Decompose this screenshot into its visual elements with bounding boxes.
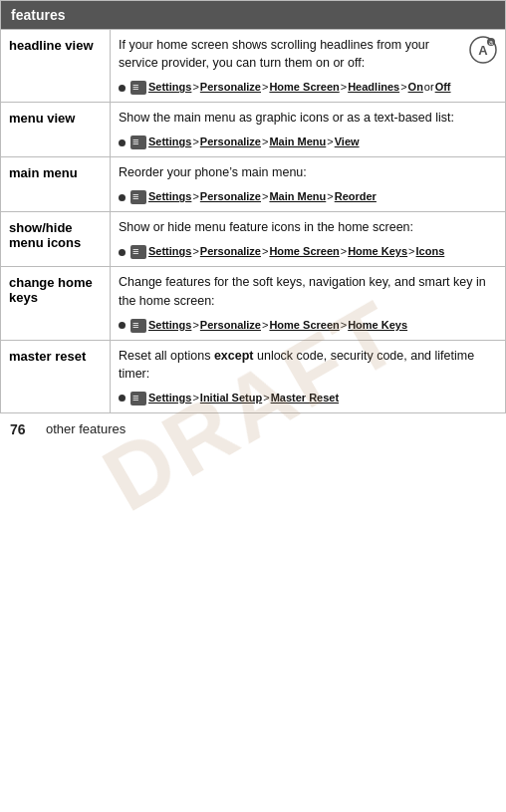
path-separator: > (400, 80, 406, 96)
path-separator: > (262, 135, 268, 150)
feature-description: Reset all options except unlock code, se… (119, 347, 497, 383)
path-keyword: Settings (148, 244, 191, 260)
path-keyword: Main Menu (269, 135, 326, 150)
path-separator: > (192, 391, 198, 406)
table-row: main menuReorder your phone’s main menu:… (1, 157, 506, 212)
path-keyword: Settings (148, 80, 191, 96)
path-separator: or (424, 80, 434, 96)
path-keyword: Settings (148, 391, 191, 406)
bullet-dot (119, 249, 126, 256)
path-keyword: Home Keys (348, 244, 407, 260)
path-line: Settings > Personalize > Home Screen > H… (119, 318, 497, 334)
settings-icon (130, 135, 146, 149)
path-keyword: Personalize (200, 80, 261, 96)
path-keyword: Personalize (200, 189, 261, 205)
settings-icon (130, 392, 146, 406)
path-separator: > (327, 135, 333, 150)
footer-text: other features (46, 421, 126, 436)
table-row: show/hide menu iconsShow or hide menu fe… (1, 212, 506, 267)
feature-name-cell: master reset (1, 340, 111, 412)
feature-description: Change features for the soft keys, navig… (119, 273, 497, 309)
path-separator: > (262, 318, 268, 334)
path-separator: > (192, 318, 198, 334)
settings-icon (130, 81, 146, 95)
path-keyword: Home Screen (269, 318, 339, 334)
path-separator: > (341, 80, 347, 96)
feature-description: Show the main menu as graphic icons or a… (119, 109, 497, 127)
path-keyword: On (408, 80, 423, 96)
bullet-dot (119, 194, 126, 201)
path-separator: > (341, 318, 347, 334)
path-keyword: Settings (148, 135, 191, 150)
path-separator: > (192, 189, 198, 205)
feature-name-cell: change home keys (1, 267, 111, 340)
feature-desc-cell: Change features for the soft keys, navig… (111, 267, 506, 340)
path-keyword: Personalize (200, 135, 261, 150)
path-line: Settings > Initial Setup > Master Reset (119, 391, 497, 406)
feature-name-cell: main menu (1, 157, 111, 212)
path-keyword: View (335, 135, 360, 150)
path-keyword: Initial Setup (200, 391, 262, 406)
feature-name-cell: headline view (1, 30, 111, 103)
page-number: 76 (10, 421, 40, 437)
path-separator: > (262, 189, 268, 205)
path-keyword: Personalize (200, 244, 261, 260)
path-keyword: Icons (416, 244, 445, 260)
feature-desc-cell: Reorder your phone’s main menu:Settings … (111, 157, 506, 212)
feature-desc-cell: Show the main menu as graphic icons or a… (111, 103, 506, 157)
path-keyword: Home Screen (269, 80, 339, 96)
path-separator: > (192, 244, 198, 260)
table-row: menu viewShow the main menu as graphic i… (1, 103, 506, 157)
path-keyword: Headlines (348, 80, 399, 96)
bullet-dot (119, 139, 126, 146)
table-row: change home keysChange features for the … (1, 267, 506, 340)
bullet-dot (119, 85, 126, 92)
settings-icon (130, 245, 146, 259)
path-line: Settings > Personalize > Home Screen > H… (119, 244, 497, 260)
path-keyword: Settings (148, 318, 191, 334)
bold-except: except (214, 349, 254, 363)
path-keyword: Settings (148, 189, 191, 205)
svg-text:a: a (489, 39, 493, 46)
path-keyword: Personalize (200, 318, 261, 334)
features-table: features headline view A a If your home … (0, 0, 506, 413)
feature-description: Reorder your phone’s main menu: (119, 163, 497, 181)
path-keyword: Master Reset (271, 391, 339, 406)
feature-name-cell: menu view (1, 103, 111, 157)
path-keyword: Home Screen (269, 244, 339, 260)
path-keyword: Off (435, 80, 451, 96)
path-separator: > (262, 80, 268, 96)
path-keyword: Home Keys (348, 318, 407, 334)
settings-icon (130, 190, 146, 204)
svg-text:A: A (478, 43, 488, 58)
path-keyword: Main Menu (269, 189, 326, 205)
path-separator: > (341, 244, 347, 260)
page-footer: 76 other features (0, 413, 506, 445)
path-separator: > (327, 189, 333, 205)
feature-desc-cell: Show or hide menu feature icons in the h… (111, 212, 506, 267)
path-separator: > (192, 135, 198, 150)
bullet-dot (119, 322, 126, 329)
headline-view-icon: A a (469, 36, 497, 64)
path-separator: > (263, 391, 269, 406)
path-separator: > (262, 244, 268, 260)
path-separator: > (192, 80, 198, 96)
table-row: master resetReset all options except unl… (1, 340, 506, 412)
path-separator: > (408, 244, 414, 260)
feature-desc-cell: Reset all options except unlock code, se… (111, 340, 506, 412)
path-line: Settings > Personalize > Home Screen > H… (119, 80, 497, 96)
feature-description: A a If your home screen shows scrolling … (119, 36, 497, 72)
feature-description: Show or hide menu feature icons in the h… (119, 218, 497, 236)
bullet-dot (119, 395, 126, 402)
path-line: Settings > Personalize > Main Menu > Vie… (119, 135, 497, 150)
path-keyword: Reorder (335, 189, 377, 205)
settings-icon (130, 319, 146, 333)
feature-desc-cell: A a If your home screen shows scrolling … (111, 30, 506, 103)
feature-name-cell: show/hide menu icons (1, 212, 111, 267)
table-row: headline view A a If your home screen sh… (1, 30, 506, 103)
path-line: Settings > Personalize > Main Menu > Reo… (119, 189, 497, 205)
table-header: features (1, 1, 506, 30)
